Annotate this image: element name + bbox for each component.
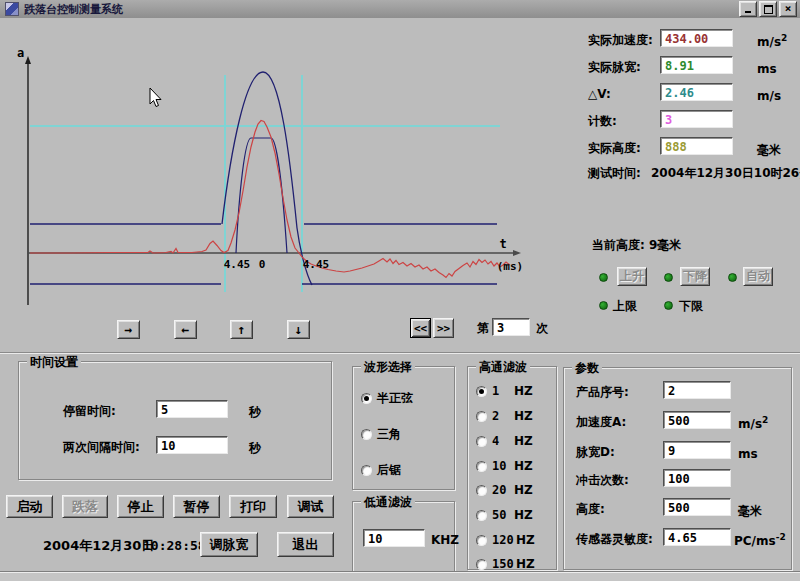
hp-150-unit: HZ	[516, 557, 535, 571]
hp-150-label: 150	[492, 557, 514, 571]
parameters-title: 参数	[572, 360, 602, 377]
minimize-button[interactable]	[739, 1, 757, 17]
interval-time-input[interactable]	[156, 436, 228, 454]
pan-up-button[interactable]: ↑	[230, 320, 253, 339]
actual-pulse-width-label: 实际脉宽:	[588, 60, 641, 74]
pan-right-button[interactable]: →	[117, 320, 140, 339]
hp-120-label: 120	[492, 533, 514, 547]
start-button[interactable]: 启动	[6, 495, 53, 518]
actual-height-label: 实际高度:	[588, 141, 641, 155]
actual-accel-label: 实际加速度:	[588, 33, 653, 47]
prev-record-button[interactable]: <<	[410, 318, 431, 338]
impact-count-input[interactable]	[663, 469, 731, 487]
radio-hp-2hz[interactable]	[476, 411, 487, 422]
auto-button[interactable]: 自动	[743, 267, 773, 286]
dwell-time-input[interactable]	[156, 400, 228, 418]
radio-hp-20hz[interactable]	[476, 485, 487, 496]
sensor-sensitivity-input[interactable]	[663, 528, 731, 546]
section-divider	[0, 352, 800, 353]
x-axis-label: t	[499, 237, 506, 251]
height-unit: 毫米	[738, 502, 762, 520]
hp-1-label: 1	[492, 384, 499, 398]
actual-height-value	[660, 137, 733, 155]
x-tick-left: 4.45	[224, 258, 251, 271]
rise-button[interactable]: 上升	[617, 267, 647, 286]
close-button[interactable]: ×	[779, 1, 797, 17]
descend-button[interactable]: 下降	[680, 267, 710, 286]
stop-button[interactable]: 停止	[117, 495, 164, 518]
record-ordinal-label: 第	[477, 321, 489, 335]
time-settings-title: 时间设置	[27, 354, 81, 371]
lowpass-freq-input[interactable]	[363, 529, 425, 547]
lowpass-unit: KHZ	[431, 533, 459, 547]
acceleration-input[interactable]	[663, 411, 731, 429]
current-date: 2004年12月30日	[43, 539, 154, 553]
actual-accel-value	[660, 29, 733, 47]
interval-time-label: 两次间隔时间:	[63, 440, 140, 454]
acceleration-label: 加速度A:	[576, 415, 626, 429]
hp-50-unit: HZ	[514, 508, 533, 522]
pulse-width-input[interactable]	[663, 441, 731, 459]
radio-hp-4hz[interactable]	[476, 436, 487, 447]
highpass-title: 高通滤波	[476, 359, 530, 376]
pause-button[interactable]: 暂停	[173, 495, 220, 518]
restore-button[interactable]	[759, 1, 777, 17]
hp-20-label: 20	[492, 483, 506, 497]
adjust-pulse-width-button[interactable]: 调脉宽	[200, 532, 258, 557]
close-icon: ×	[785, 4, 792, 14]
print-button[interactable]: 打印	[229, 495, 277, 518]
mouse-cursor	[150, 88, 161, 107]
height-label: 高度:	[576, 502, 605, 516]
auto-led	[728, 273, 737, 282]
drop-table-control-app: { "window": { "title": "跌落台控制测量系统" }, "c…	[0, 0, 800, 581]
actual-accel-unit: m/s2	[757, 33, 787, 49]
x-axis-unit: (ms)	[497, 260, 524, 273]
pulse-width-label: 脉宽D:	[576, 445, 615, 459]
pan-left-button[interactable]: ←	[174, 320, 197, 339]
radio-hp-1hz[interactable]	[476, 386, 487, 397]
radio-triangle[interactable]	[361, 429, 372, 440]
record-number-input[interactable]	[492, 318, 530, 336]
pulse-chart: a 4.45 0 4.45 t (ms)	[0, 0, 560, 352]
next-record-button[interactable]: >>	[433, 318, 454, 338]
hp-50-label: 50	[492, 508, 506, 522]
radio-hp-120hz[interactable]	[476, 535, 487, 546]
hp-10-label: 10	[492, 459, 506, 473]
restore-icon	[764, 5, 773, 14]
impact-count-label: 冲击次数:	[576, 473, 629, 487]
actual-height-unit: 毫米	[757, 141, 781, 159]
half-sine-label: 半正弦	[377, 391, 413, 405]
radio-hp-10hz[interactable]	[476, 461, 487, 472]
radio-hp-50hz[interactable]	[476, 510, 487, 521]
y-axis-arrow-icon	[25, 56, 31, 64]
delta-v-label: △V:	[588, 87, 611, 101]
dwell-time-unit: 秒	[249, 404, 261, 421]
delta-v-unit: m/s	[757, 87, 781, 103]
sensor-sensitivity-label: 传感器灵敏度:	[576, 532, 653, 546]
y-axis-label: a	[17, 46, 24, 60]
upper-limit-led	[599, 301, 608, 310]
lower-limit-label: 下限	[679, 299, 703, 313]
ideal-pulse-curve	[236, 138, 287, 253]
time-settings-group: 时间设置 停留时间: 秒 两次间隔时间: 秒	[18, 361, 332, 480]
height-input[interactable]	[663, 498, 731, 516]
acceleration-unit: m/s2	[738, 415, 768, 431]
delta-v-value	[660, 83, 733, 101]
product-serial-input[interactable]	[663, 381, 731, 399]
drop-button[interactable]: 跌落	[62, 495, 108, 518]
exit-button[interactable]: 退出	[277, 532, 334, 557]
current-time: 10:28:58	[143, 539, 206, 553]
rise-led	[599, 273, 608, 282]
actual-pulse-width-unit: ms	[757, 60, 777, 76]
dwell-time-label: 停留时间:	[63, 404, 116, 418]
pan-down-button[interactable]: ↓	[287, 320, 310, 339]
current-height: 当前高度: 9毫米	[592, 238, 681, 252]
lowpass-group: 低通滤波 KHZ	[352, 501, 455, 574]
radio-hp-150hz[interactable]	[476, 559, 487, 570]
hp-2-unit: HZ	[514, 409, 533, 423]
radio-sawtooth[interactable]	[361, 465, 372, 476]
waveform-group: 波形选择 半正弦 三角 后锯	[352, 366, 455, 490]
hp-10-unit: HZ	[514, 459, 533, 473]
debug-button[interactable]: 调试	[287, 495, 334, 518]
radio-half-sine[interactable]	[361, 393, 372, 404]
